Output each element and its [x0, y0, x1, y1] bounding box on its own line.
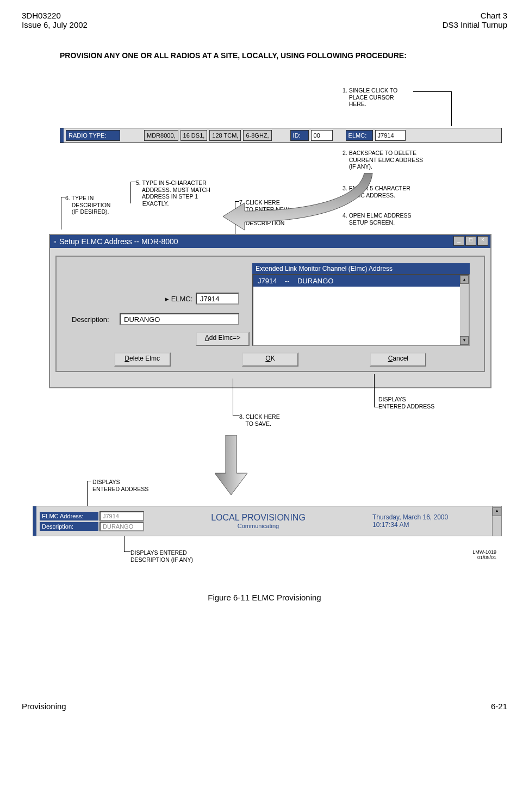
desc-field-label: Description: — [72, 315, 109, 324]
minimize-icon[interactable]: _ — [453, 236, 464, 246]
status-addr-value: J7914 — [99, 511, 144, 521]
status-center-title: LOCAL PROVISIONING — [144, 513, 372, 523]
elmc-input[interactable]: J7914 — [196, 293, 239, 305]
window-titlebar: ▫ Setup ELMC Address -- MDR-8000 _ □ × — [50, 235, 490, 248]
status-bar: ELMC Address: J7914 Description: DURANGO… — [33, 506, 502, 536]
issue-date: Issue 6, July 2002 — [22, 20, 88, 29]
status-scrollbar[interactable]: ▴ — [492, 506, 501, 536]
ok-button[interactable]: OK — [242, 352, 298, 367]
annotation-5: 5. TYPE IN 5-CHARACTER ADDRESS. MUST MAT… — [136, 179, 210, 207]
radio-ds1: 16 DS1, — [181, 130, 208, 141]
setup-elmc-window: ▫ Setup ELMC Address -- MDR-8000 _ □ × ▸… — [49, 234, 491, 388]
maximize-icon[interactable]: □ — [465, 236, 476, 246]
chart-title: DS3 Initial Turnup — [443, 20, 507, 29]
elmc-field-label: ▸ ELMC: — [165, 295, 192, 303]
page-footer: Provisioning 6-21 — [22, 702, 507, 711]
annotation-1: 1. SINGLE CLICK TO PLACE CURSOR HERE. — [343, 87, 397, 108]
list-item[interactable]: J7914 -- DURANGO — [253, 275, 469, 287]
scroll-up-icon[interactable]: ▴ — [493, 507, 501, 516]
status-desc-value: DURANGO — [99, 522, 144, 531]
id-label: ID: — [290, 130, 309, 141]
window-title: Setup ELMC Address -- MDR-8000 — [59, 237, 178, 246]
delete-elmc-button[interactable]: Delete Elmc — [114, 352, 171, 367]
close-icon[interactable]: × — [477, 236, 488, 246]
page-header: 3DH03220 Issue 6, July 2002 Chart 3 DS3 … — [22, 11, 507, 29]
arrow-down-icon — [215, 435, 247, 495]
radio-type-bar: RADIO TYPE: MDR8000, 16 DS1, 128 TCM, 6-… — [60, 128, 502, 143]
arrow-swoosh-icon — [223, 173, 375, 233]
elmc-value-field[interactable]: J7914 — [375, 130, 406, 141]
annotation-displays-2: DISPLAYS ENTERED ADDRESS — [92, 479, 148, 492]
scroll-down-icon[interactable]: ▾ — [460, 336, 469, 345]
footer-right: 6-21 — [491, 702, 507, 711]
small-window-icon: ▫ — [53, 237, 56, 246]
diagram-area: 1. SINGLE CLICK TO PLACE CURSOR HERE. RA… — [22, 76, 507, 625]
doc-number: 3DH03220 — [22, 11, 88, 20]
cancel-button[interactable]: Cancel — [370, 352, 426, 367]
status-desc-label: Description: — [40, 522, 98, 531]
ext-list-header: Extended Link Monitor Channel (Elmc) Add… — [252, 263, 470, 274]
chart-number: Chart 3 — [443, 11, 507, 20]
radio-type-label: RADIO TYPE: — [66, 130, 120, 141]
footer-left: Provisioning — [22, 702, 66, 711]
scroll-up-icon[interactable]: ▴ — [460, 275, 469, 284]
status-date: Thursday, March 16, 2000 — [372, 513, 481, 521]
id-value: 00 — [311, 130, 333, 141]
radio-freq: 6-8GHZ, — [243, 130, 271, 141]
scrollbar[interactable]: ▴ ▾ — [460, 275, 469, 345]
annotation-2: 2. BACKSPACE TO DELETE CURRENT ELMC ADDR… — [343, 150, 423, 170]
status-time: 10:17:34 AM — [372, 521, 481, 529]
add-elmc-button[interactable]: Add Elmc=> — [196, 332, 250, 346]
status-center-sub: Communicating — [144, 523, 372, 529]
drawing-code: LMW-1019 01/05/01 — [472, 549, 496, 560]
description-input[interactable]: DURANGO — [120, 313, 239, 325]
elmc-label: ELMC: — [346, 130, 373, 141]
annotation-displays-1: DISPLAYS ENTERED ADDRESS — [378, 396, 434, 410]
annotation-6: 6. TYPE IN DESCRIPTION (IF DESIRED). — [65, 195, 110, 215]
annotation-8: 8. CLICK HERE TO SAVE. — [239, 413, 280, 427]
ext-address-list[interactable]: J7914 -- DURANGO ▴ ▾ — [252, 274, 470, 346]
figure-caption: Figure 6-11 ELMC Provisioning — [22, 593, 507, 602]
status-addr-label: ELMC Address: — [40, 512, 98, 520]
procedure-title: PROVISION ANY ONE OR ALL RADIOS AT A SIT… — [60, 51, 507, 60]
radio-model: MDR8000, — [144, 130, 178, 141]
radio-tcm: 128 TCM, — [209, 130, 241, 141]
annotation-displays-desc: DISPLAYS ENTERED DESCRIPTION (IF ANY) — [130, 549, 193, 563]
